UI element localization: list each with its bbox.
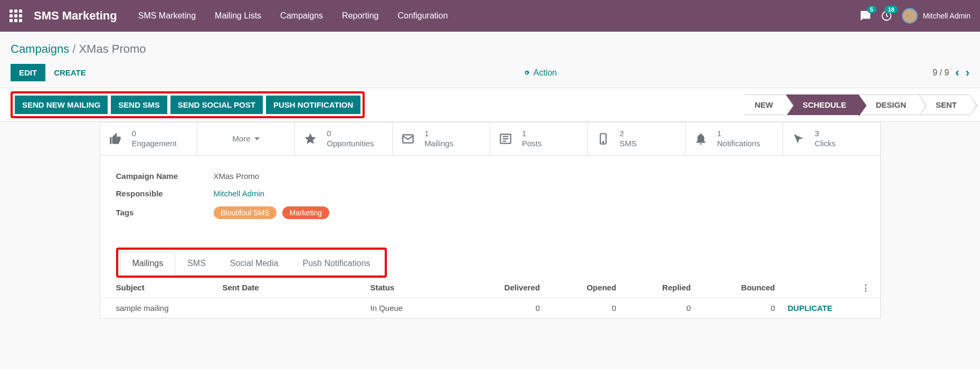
cursor-icon — [792, 132, 807, 146]
tag-item[interactable]: Bioutifoul SMS — [214, 206, 277, 219]
mobile-icon — [596, 132, 612, 146]
nav-campaigns[interactable]: Campaigns — [280, 11, 323, 21]
breadcrumb: Campaigns / XMas Promo — [11, 42, 969, 56]
svg-point-7 — [603, 141, 604, 143]
responsible-label: Responsible — [116, 189, 214, 198]
stat-sms[interactable]: 2SMS — [588, 122, 686, 155]
push-notification-button[interactable]: Push Notification — [266, 96, 360, 114]
cell-bounced: 0 — [697, 298, 782, 318]
tab-social-media[interactable]: Social Media — [218, 252, 291, 275]
send-social-post-button[interactable]: Send Social Post — [170, 96, 263, 114]
gear-icon — [523, 69, 530, 77]
apps-icon[interactable] — [9, 10, 22, 22]
tabs-highlight: Mailings SMS Social Media Push Notificat… — [116, 248, 387, 278]
stat-notifications[interactable]: 1Notifications — [686, 122, 783, 155]
action-label: Action — [534, 68, 557, 78]
navbar-menu: SMS Marketing Mailing Lists Campaigns Re… — [138, 11, 448, 21]
campaign-name-value: XMas Promo — [214, 172, 260, 181]
pager-prev[interactable]: ‹ — [955, 66, 959, 80]
user-name: Mitchell Admin — [923, 12, 971, 20]
chat-badge: 5 — [867, 6, 877, 13]
bell-icon — [694, 132, 710, 146]
edit-button[interactable]: Edit — [11, 64, 45, 81]
newspaper-icon — [499, 132, 515, 146]
status-steps: New Schedule Design Sent — [744, 94, 969, 115]
avatar — [902, 8, 918, 24]
duplicate-button[interactable]: DUPLICATE — [788, 304, 833, 313]
th-status[interactable]: Status — [364, 278, 459, 298]
more-label: More — [232, 134, 250, 143]
tabs: Mailings SMS Social Media Push Notificat… — [120, 252, 383, 276]
thumbs-up-icon — [109, 132, 125, 146]
stat-buttons: 0Engagement More 0Opportunities 1Mailing… — [100, 122, 880, 156]
envelope-icon — [401, 132, 417, 146]
breadcrumb-separator: / — [72, 42, 75, 56]
pager-value[interactable]: 9 / 9 — [933, 68, 949, 78]
send-buttons-highlight: Send New Mailing Send SMS Send Social Po… — [11, 91, 365, 118]
form-sheet: 0Engagement More 0Opportunities 1Mailing… — [100, 122, 881, 318]
tab-sms[interactable]: SMS — [175, 252, 218, 275]
create-button[interactable]: Create — [45, 64, 94, 81]
stat-opportunities[interactable]: 0Opportunities — [295, 122, 393, 155]
status-new[interactable]: New — [744, 94, 786, 115]
tag-item[interactable]: Marketing — [282, 206, 329, 219]
nav-sms-marketing[interactable]: SMS Marketing — [138, 11, 196, 21]
th-subject[interactable]: Subject — [100, 278, 216, 298]
chat-icon[interactable]: 5 — [860, 10, 871, 22]
stat-more-dropdown[interactable]: More — [197, 122, 295, 155]
tab-mailings[interactable]: Mailings — [120, 252, 176, 276]
user-menu[interactable]: Mitchell Admin — [902, 8, 971, 24]
stat-engagement[interactable]: 0Engagement — [100, 122, 198, 155]
campaign-name-label: Campaign Name — [116, 172, 214, 181]
th-options[interactable]: ⋮ — [855, 278, 880, 298]
cell-status: In Queue — [364, 298, 459, 318]
cell-opened: 0 — [546, 298, 622, 318]
action-menu[interactable]: Action — [523, 68, 557, 78]
responsible-value[interactable]: Mitchell Admin — [214, 189, 265, 198]
activity-icon[interactable]: 18 — [881, 10, 892, 22]
th-opened[interactable]: Opened — [546, 278, 622, 298]
send-new-mailing-button[interactable]: Send New Mailing — [15, 96, 108, 114]
table-row[interactable]: sample mailing In Queue 0 0 0 0 DUPLICAT… — [100, 298, 880, 318]
th-replied[interactable]: Replied — [623, 278, 697, 298]
nav-mailing-lists[interactable]: Mailing Lists — [215, 11, 261, 21]
mailings-table: Subject Sent Date Status Delivered Opene… — [100, 278, 880, 318]
cell-sent-date — [216, 298, 364, 318]
th-delivered[interactable]: Delivered — [459, 278, 547, 298]
status-schedule[interactable]: Schedule — [786, 94, 859, 115]
cell-subject: sample mailing — [100, 298, 216, 318]
th-bounced[interactable]: Bounced — [697, 278, 782, 298]
tags-label: Tags — [116, 208, 214, 217]
nav-configuration[interactable]: Configuration — [397, 11, 448, 21]
cell-delivered: 0 — [459, 298, 547, 318]
send-sms-button[interactable]: Send SMS — [111, 96, 167, 114]
chevron-down-icon — [254, 137, 260, 143]
pager-next[interactable]: › — [966, 66, 969, 80]
th-action — [782, 278, 855, 298]
stat-mailings[interactable]: 1Mailings — [393, 122, 490, 155]
star-icon — [303, 132, 319, 146]
breadcrumb-parent[interactable]: Campaigns — [11, 42, 69, 56]
activity-badge: 18 — [884, 6, 897, 13]
cell-replied: 0 — [623, 298, 697, 318]
tags-value: Bioutifoul SMS Marketing — [214, 206, 332, 219]
stat-posts[interactable]: 1Posts — [490, 122, 588, 155]
nav-reporting[interactable]: Reporting — [342, 11, 378, 21]
stat-clicks[interactable]: 3Clicks — [783, 122, 880, 155]
status-design[interactable]: Design — [859, 94, 919, 115]
app-title[interactable]: SMS Marketing — [34, 9, 117, 23]
navbar: SMS Marketing SMS Marketing Mailing List… — [0, 0, 980, 32]
tab-push-notifications[interactable]: Push Notifications — [290, 252, 382, 275]
breadcrumb-current: XMas Promo — [79, 42, 146, 56]
th-sent-date[interactable]: Sent Date — [216, 278, 364, 298]
pager: 9 / 9 ‹ › — [933, 66, 969, 80]
